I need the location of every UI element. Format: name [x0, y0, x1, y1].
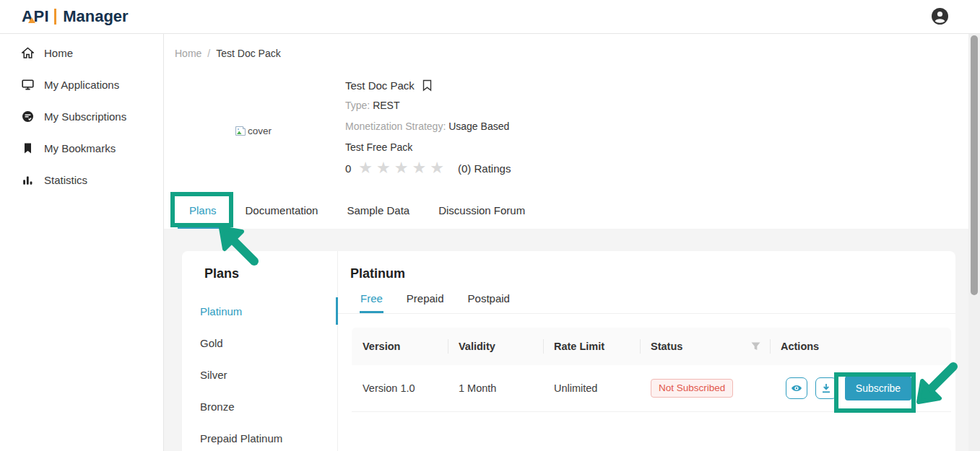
type-value: REST: [373, 100, 399, 111]
breadcrumb-separator: /: [207, 48, 210, 59]
sidebar-item-label: My Bookmarks: [44, 142, 116, 154]
cover-alt-text: cover: [248, 126, 272, 136]
status-header-label: Status: [651, 341, 682, 352]
tab-prepaid[interactable]: Prepaid: [406, 292, 445, 313]
bookmark-outline-icon[interactable]: [422, 79, 433, 92]
subscriptions-icon: [22, 110, 34, 123]
tab-postpaid[interactable]: Postpaid: [467, 292, 511, 313]
breadcrumb: Home / Test Doc Pack: [175, 48, 281, 59]
cell-status: Not Subscribed: [640, 365, 770, 411]
tab-plans[interactable]: Plans: [178, 194, 228, 229]
table-header-row: Version Validity Rate Limit Status Actio…: [352, 328, 951, 365]
plan-item-prepaid-platinum[interactable]: Prepaid Platinum: [182, 422, 337, 451]
status-badge: Not Subscribed: [651, 379, 733, 398]
page-scrollbar[interactable]: [968, 34, 980, 451]
rating-stars[interactable]: ★★★★★: [358, 160, 448, 176]
page: API Manager Home My Applications: [0, 0, 980, 451]
sidebar-item-statistics[interactable]: Statistics: [0, 164, 163, 196]
tab-free[interactable]: Free: [360, 292, 383, 313]
bookmarks-icon: [22, 142, 34, 154]
breadcrumb-home-link[interactable]: Home: [175, 48, 201, 59]
plan-item-gold[interactable]: Gold: [182, 327, 337, 359]
logo-text-api: API: [22, 7, 49, 26]
plan-type-tab-bar: Free Prepaid Postpaid: [338, 292, 955, 314]
sidebar-item-label: Home: [44, 47, 73, 59]
col-header-actions: Actions: [770, 328, 951, 365]
home-icon: [22, 47, 34, 59]
statistics-icon: [22, 174, 34, 186]
sidebar: Home My Applications My Subscriptions My…: [0, 34, 164, 451]
download-button[interactable]: [815, 377, 837, 399]
col-header-status: Status: [640, 328, 770, 365]
product-type-line: Type: REST: [345, 100, 511, 111]
cell-rate-limit: Unlimited: [543, 365, 640, 411]
tab-discussion-forum[interactable]: Discussion Forum: [427, 194, 537, 229]
plan-item-platinum[interactable]: Platinum: [182, 295, 337, 327]
versions-table: Version Validity Rate Limit Status Actio…: [352, 328, 951, 412]
sidebar-item-label: My Subscriptions: [44, 110, 126, 123]
plans-card: Plans Platinum Gold Silver Bronze Prepai…: [182, 251, 955, 451]
view-button[interactable]: [786, 377, 807, 399]
monetization-label: Monetization Strategy:: [345, 121, 446, 132]
monetization-value: Usage Based: [448, 121, 509, 132]
tab-documentation[interactable]: Documentation: [234, 194, 330, 229]
product-tab-bar: Plans Documentation Sample Data Discussi…: [164, 189, 968, 229]
star-icon: ★: [430, 159, 448, 177]
app-header: API Manager: [0, 0, 980, 34]
plan-detail-title: Platinum: [338, 251, 955, 281]
star-icon: ★: [376, 159, 394, 177]
scrollbar-thumb[interactable]: [971, 35, 978, 295]
product-info: Test Doc Pack Type: REST Monetization St…: [345, 79, 511, 176]
col-header-rate-limit: Rate Limit: [543, 328, 640, 365]
sidebar-item-my-bookmarks[interactable]: My Bookmarks: [0, 132, 163, 164]
broken-image-icon: [235, 125, 247, 137]
sidebar-item-label: Statistics: [44, 174, 87, 186]
cell-validity: 1 Month: [448, 365, 543, 411]
product-title: Test Doc Pack: [345, 79, 415, 92]
logo-accent-triangle: [28, 17, 35, 23]
plan-item-silver[interactable]: Silver: [182, 359, 337, 390]
sidebar-item-home[interactable]: Home: [0, 37, 163, 69]
table-row: Version 1.0 1 Month Unlimited Not Subscr…: [352, 365, 951, 412]
cell-version: Version 1.0: [352, 365, 448, 411]
breadcrumb-current: Test Doc Pack: [216, 48, 280, 59]
star-icon: ★: [394, 159, 412, 177]
col-header-version: Version: [352, 328, 448, 365]
star-icon: ★: [358, 159, 376, 177]
tab-sample-data[interactable]: Sample Data: [335, 194, 421, 229]
filter-icon[interactable]: [751, 342, 760, 351]
logo-divider: [54, 9, 56, 25]
product-monetization-line: Monetization Strategy: Usage Based: [345, 121, 511, 132]
plan-item-bronze[interactable]: Bronze: [182, 390, 337, 422]
applications-icon: [22, 79, 34, 91]
eye-icon: [791, 384, 802, 393]
subscribe-button[interactable]: Subscribe: [845, 376, 911, 400]
plans-side-panel: Plans Platinum Gold Silver Bronze Prepai…: [182, 251, 338, 451]
col-header-validity: Validity: [448, 328, 543, 365]
sidebar-item-my-applications[interactable]: My Applications: [0, 69, 163, 100]
rating-row: 0 ★★★★★ (0) Ratings: [345, 160, 511, 176]
plans-panel-title: Plans: [182, 251, 337, 281]
sidebar-item-my-subscriptions[interactable]: My Subscriptions: [0, 100, 163, 132]
download-icon: [821, 383, 831, 393]
plan-detail-panel: Platinum Free Prepaid Postpaid Version V…: [338, 251, 955, 451]
star-icon: ★: [412, 159, 430, 177]
cell-actions: Subscribe: [770, 365, 951, 411]
cover-image-placeholder: cover: [235, 125, 272, 137]
type-label: Type:: [345, 100, 370, 111]
plans-list: Platinum Gold Silver Bronze Prepaid Plat…: [182, 295, 337, 451]
sidebar-item-label: My Applications: [44, 79, 119, 91]
rating-value: 0: [345, 162, 351, 175]
logo-text-manager: Manager: [63, 7, 128, 26]
rating-count: (0) Ratings: [458, 162, 511, 175]
product-pack-name: Test Free Pack: [345, 141, 511, 153]
app-logo[interactable]: API Manager: [22, 5, 129, 28]
user-avatar-icon[interactable]: [930, 6, 950, 26]
